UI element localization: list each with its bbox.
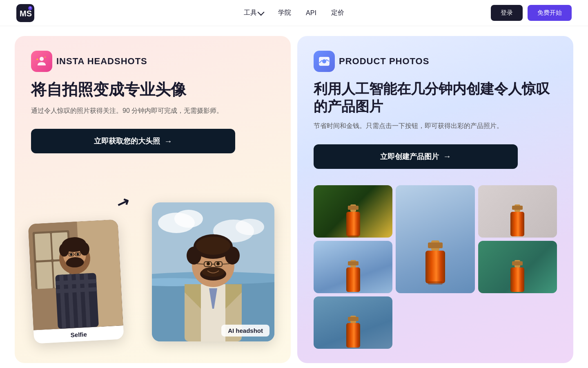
arrow-right-icon: → bbox=[164, 137, 172, 146]
svg-point-64 bbox=[326, 58, 328, 59]
svg-line-58 bbox=[222, 264, 229, 264]
left-card-cta[interactable]: 立即获取您的大头照 → bbox=[31, 129, 235, 153]
badge-area-right: PRODUCT PHOTOS bbox=[314, 51, 557, 72]
photo-area: Selfie ↗ bbox=[31, 170, 274, 341]
svg-rect-71 bbox=[425, 251, 445, 283]
product-cell-2 bbox=[396, 185, 474, 293]
right-card-heading: 利用人工智能在几分钟内创建令人惊叹的产品图片 bbox=[314, 80, 550, 115]
svg-text:✦: ✦ bbox=[36, 58, 39, 61]
svg-line-32 bbox=[56, 281, 96, 283]
headshot-label: AI headshot bbox=[221, 325, 270, 337]
svg-rect-80 bbox=[512, 261, 523, 265]
product-cell-3 bbox=[478, 185, 557, 238]
svg-rect-74 bbox=[512, 206, 523, 210]
svg-rect-72 bbox=[428, 281, 443, 285]
svg-point-51 bbox=[196, 237, 230, 255]
selfie-image bbox=[28, 220, 123, 330]
svg-rect-77 bbox=[348, 261, 359, 265]
svg-point-5 bbox=[40, 57, 44, 61]
product-cell-1 bbox=[314, 185, 392, 238]
insta-headshots-icon: ✦ ✦ bbox=[31, 51, 52, 72]
svg-rect-66 bbox=[348, 206, 359, 210]
svg-rect-84 bbox=[346, 323, 360, 348]
left-card-heading: 将自拍照变成专业头像 bbox=[31, 80, 274, 100]
svg-rect-11 bbox=[35, 233, 51, 260]
right-card-cta[interactable]: 立即创建产品图片 → bbox=[314, 144, 518, 169]
arrow-right-icon-2: → bbox=[443, 152, 451, 161]
badge-area: ✦ ✦ INSTA HEADSHOTS bbox=[31, 51, 274, 72]
product-cell-6 bbox=[314, 296, 392, 349]
svg-line-33 bbox=[56, 289, 97, 291]
free-start-button[interactable]: 免费开始 bbox=[528, 5, 572, 21]
svg-point-39 bbox=[174, 210, 203, 228]
nav-tools[interactable]: 工具 bbox=[244, 9, 263, 17]
headshot-card: AI headshot bbox=[152, 202, 274, 341]
nav-actions: 登录 免费开始 bbox=[491, 5, 572, 21]
svg-rect-70 bbox=[428, 242, 443, 248]
svg-point-60 bbox=[202, 267, 225, 277]
svg-rect-4 bbox=[35, 55, 48, 68]
svg-point-52 bbox=[207, 262, 210, 265]
left-card-badge-title: INSTA HEADSHOTS bbox=[56, 56, 147, 67]
svg-rect-83 bbox=[348, 317, 359, 321]
svg-line-57 bbox=[197, 264, 204, 264]
svg-text:✦: ✦ bbox=[44, 56, 46, 58]
product-photos-icon bbox=[314, 51, 335, 72]
svg-point-53 bbox=[216, 262, 220, 265]
left-card-desc: 通过令人惊叹的照片获得关注。90 分钟内即可完成，无需摄影师。 bbox=[31, 105, 274, 116]
selfie-card: Selfie bbox=[28, 220, 124, 344]
logo[interactable]: MS bbox=[16, 4, 34, 22]
svg-point-41 bbox=[236, 219, 264, 235]
right-card-desc: 节省时间和金钱。只需点击一下按钮，即可获得出彩的产品照片。 bbox=[314, 121, 557, 131]
svg-rect-78 bbox=[346, 267, 360, 292]
nav-academy[interactable]: 学院 bbox=[278, 9, 291, 17]
login-button[interactable]: 登录 bbox=[491, 5, 523, 21]
svg-rect-67 bbox=[346, 212, 360, 236]
main-content: ✦ ✦ INSTA HEADSHOTS 将自拍照变成专业头像 通过令人惊叹的照片… bbox=[0, 26, 588, 368]
product-cell-4 bbox=[314, 241, 392, 293]
chevron-down-icon bbox=[258, 9, 265, 16]
navbar: MS 工具 学院 API 定价 登录 免费开始 bbox=[0, 0, 588, 26]
svg-rect-13 bbox=[36, 262, 53, 289]
svg-rect-81 bbox=[510, 267, 524, 292]
nav-pricing[interactable]: 定价 bbox=[331, 9, 344, 17]
product-grid bbox=[314, 185, 557, 349]
product-photos-card: PRODUCT PHOTOS 利用人工智能在几分钟内创建令人惊叹的产品图片 节省… bbox=[297, 36, 573, 363]
headshot-image: AI headshot bbox=[152, 202, 274, 341]
svg-text:MS: MS bbox=[20, 9, 32, 18]
svg-rect-75 bbox=[510, 212, 524, 236]
nav-links: 工具 学院 API 定价 bbox=[244, 9, 344, 17]
curved-arrow-icon: ↗ bbox=[114, 193, 132, 213]
nav-api[interactable]: API bbox=[306, 9, 316, 17]
right-card-badge-title: PRODUCT PHOTOS bbox=[339, 56, 429, 67]
insta-headshots-card: ✦ ✦ INSTA HEADSHOTS 将自拍照变成专业头像 通过令人惊叹的照片… bbox=[15, 36, 291, 363]
svg-rect-68 bbox=[348, 235, 359, 238]
product-cell-5 bbox=[478, 241, 557, 293]
